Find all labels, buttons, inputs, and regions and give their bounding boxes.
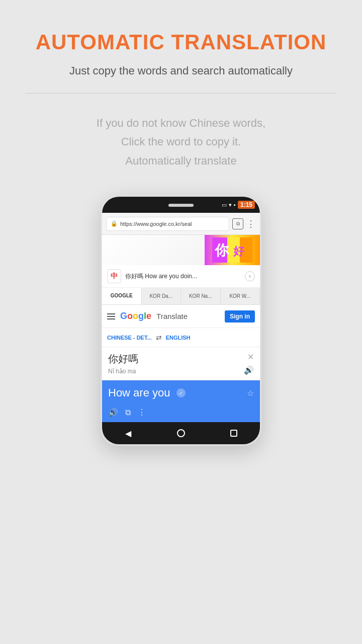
url-text: https://www.google.co.kr/seal xyxy=(120,221,225,227)
nav-back-button[interactable]: ◀ xyxy=(121,426,135,440)
phone-body: ▭ ▾ ▪ 1:15 🔒 https://www.google.co.kr/se… xyxy=(101,195,261,446)
source-chinese-text: 你好嗎 xyxy=(108,352,254,366)
phone-speaker xyxy=(168,204,194,207)
popup-text: 你好嗎 How are you doin... xyxy=(125,272,241,281)
target-language[interactable]: ENGLISH xyxy=(166,335,191,341)
battery-icon: ▭ xyxy=(222,202,227,208)
status-icons: ▭ ▾ ▪ 1:15 xyxy=(222,201,255,209)
translate-label: Translate xyxy=(156,312,220,320)
lock-icon: 🔒 xyxy=(111,220,118,227)
browser-bar[interactable]: 🔒 https://www.google.co.kr/seal ⧉ ⋮ xyxy=(102,213,260,235)
gt-header: Google Translate Sign in xyxy=(102,305,260,328)
nav-recents-button[interactable] xyxy=(227,426,241,440)
source-area: 你好嗎 Nǐ hǎo ma ✕ 🔊 xyxy=(102,347,260,380)
divider xyxy=(25,93,337,94)
zhong-icon: 中 xyxy=(107,269,121,283)
browser-tabs-row[interactable]: GOOGLE KOR Da... KOR Na... KOR W... xyxy=(102,288,260,305)
translation-result: How are you ✓ ☆ 🔊 ⧉ ⋮ xyxy=(102,380,260,422)
description-line3: Automatically translate xyxy=(125,154,236,167)
page-subtitle: Just copy the words and search automatic… xyxy=(69,63,293,79)
result-copy-icon[interactable]: ⧉ xyxy=(125,408,131,417)
swap-language-icon[interactable]: ⇄ xyxy=(156,334,162,342)
description-line2: Click the word to copy it. xyxy=(121,135,241,148)
result-audio-icon[interactable]: 🔊 xyxy=(108,408,118,417)
webpage-colorful-content: 你 好 xyxy=(205,235,260,265)
hamburger-menu-icon[interactable] xyxy=(107,313,115,319)
android-nav-bar: ◀ xyxy=(102,422,260,444)
page-title: AUTOMATIC TRANSLATION xyxy=(36,30,327,54)
star-icon[interactable]: ☆ xyxy=(247,388,254,398)
svg-text:好: 好 xyxy=(233,245,245,258)
translate-popup[interactable]: 中 你好嗎 How are you doin... × xyxy=(102,265,260,288)
result-more-icon[interactable]: ⋮ xyxy=(138,408,146,417)
signal-icon: ▪ xyxy=(234,202,236,208)
sign-in-button[interactable]: Sign in xyxy=(225,310,255,323)
tab-kor-w[interactable]: KOR W... xyxy=(221,288,260,304)
svg-text:你: 你 xyxy=(214,243,229,258)
result-actions: 🔊 ⧉ ⋮ xyxy=(108,408,254,417)
translated-text: How are you xyxy=(108,386,170,399)
browser-menu-icon[interactable]: ⋮ xyxy=(246,218,256,229)
url-bar[interactable]: 🔒 https://www.google.co.kr/seal xyxy=(106,217,229,231)
tab-google[interactable]: GOOGLE xyxy=(102,288,142,304)
description-line1: If you do not know Chinese words, xyxy=(97,117,265,129)
source-audio-icon[interactable]: 🔊 xyxy=(244,365,254,375)
webpage-thumbnail: 你 好 xyxy=(102,235,260,265)
language-row[interactable]: CHINESE - DET... ⇄ ENGLISH xyxy=(102,328,260,347)
status-time: 1:15 xyxy=(238,201,255,209)
phone-mockup: ▭ ▾ ▪ 1:15 🔒 https://www.google.co.kr/se… xyxy=(20,195,342,446)
tab-kor-da[interactable]: KOR Da... xyxy=(142,288,182,304)
description-text: If you do not know Chinese words, Click … xyxy=(97,114,265,170)
source-language[interactable]: CHINESE - DET... xyxy=(107,335,152,341)
nav-home-button[interactable] xyxy=(174,426,188,440)
tab-count-icon[interactable]: ⧉ xyxy=(232,218,243,229)
source-pinyin-text: Nǐ hǎo ma xyxy=(108,368,254,375)
source-clear-icon[interactable]: ✕ xyxy=(247,352,254,362)
wifi-icon: ▾ xyxy=(229,202,232,208)
google-logo: Google xyxy=(120,311,151,321)
tab-kor-na[interactable]: KOR Na... xyxy=(181,288,221,304)
popup-close-button[interactable]: × xyxy=(245,271,255,281)
verified-checkmark-icon: ✓ xyxy=(176,388,186,397)
